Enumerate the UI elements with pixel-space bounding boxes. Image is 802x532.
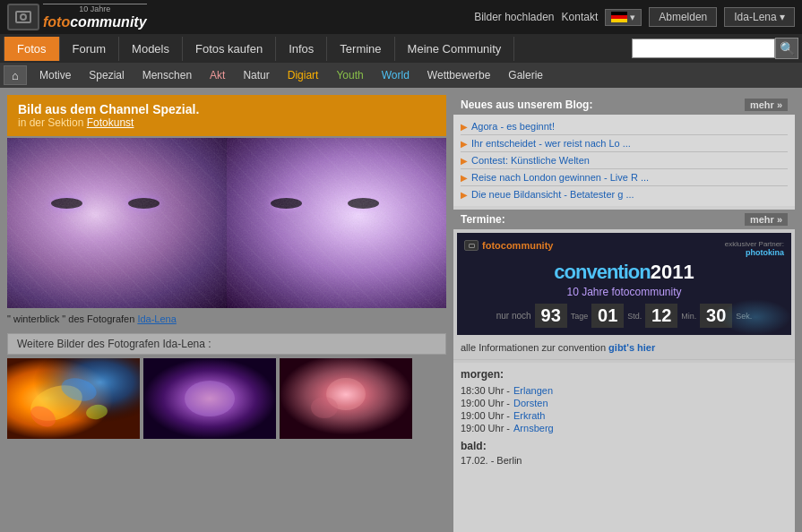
more-photos-header: Weitere Bilder des Fotografen Ida-Lena : [7,333,446,355]
sub-tab-motive[interactable]: Motive [30,65,80,85]
termin-time-4: 19:00 Uhr - [461,423,510,433]
home-button[interactable]: ⌂ [4,65,27,85]
sub-tab-menschen[interactable]: Menschen [134,65,201,85]
thumbnails-row [7,358,446,439]
blog-mehr-link[interactable]: mehr » [745,99,788,111]
logo-wrapper: 10 Jahre fotocommunity [7,4,147,30]
nav-tab-fotos[interactable]: Fotos [4,37,60,61]
sub-tab-galerie[interactable]: Galerie [499,65,552,85]
logo-area: 10 Jahre fotocommunity [7,4,147,30]
countdown-min-unit: Min. [681,312,696,321]
fotokunst-link[interactable]: Fotokunst [87,116,134,129]
termin-bald-time-1: 17.02. - Berlin [461,455,522,466]
blog-arrow-2: ▶ [461,139,468,149]
nav-tab-termine[interactable]: Termine [327,37,394,61]
termin-item-3: 19:00 Uhr - Erkrath [461,409,788,422]
termin-bald-1: 17.02. - Berlin [461,454,788,467]
search-input[interactable] [632,39,775,58]
nav-tab-models[interactable]: Models [119,37,183,61]
noise-overlay-right [227,138,446,308]
kontakt-link[interactable]: Kontakt [562,11,599,23]
blog-link-2[interactable]: Ihr entscheidet - wer reist nach Lo ... [471,138,631,149]
termine-header-title: Termine: [461,213,505,226]
termin-city-1[interactable]: Erlangen [513,385,553,396]
morgen-section: morgen: 18:30 Uhr - Erlangen 19:00 Uhr -… [453,363,795,472]
thumbnail-3[interactable] [280,358,412,439]
conv-camera-icon [464,240,479,251]
user-menu-button[interactable]: Ida-Lena ▾ [724,7,795,27]
termine-mehr-link[interactable]: mehr » [745,213,788,226]
sub-tab-akt[interactable]: Akt [201,65,234,85]
countdown-label: nur noch [496,311,531,321]
channel-subtitle-text: in der Sektion [18,116,83,129]
thumb-2-image [143,358,276,439]
main-image[interactable] [7,138,446,308]
conv-title-text: convention [554,261,650,283]
nav-tab-fotos-kaufen[interactable]: Fotos kaufen [183,37,276,61]
termin-time-1: 18:30 Uhr - [461,385,510,396]
termine-section: Termine: mehr » fotocommunity exklusiver… [453,210,795,472]
flag-de-icon [611,12,627,22]
sub-nav: ⌂ Motive Spezial Menschen Akt Natur Digi… [0,63,802,88]
countdown-days-unit: Tage [571,312,589,321]
thumbnail-2[interactable] [143,358,276,439]
termin-time-3: 19:00 Uhr - [461,410,510,421]
search-button[interactable]: 🔍 [775,38,798,59]
termin-item-2: 19:00 Uhr - Dorsten [461,397,788,409]
sub-tab-world[interactable]: World [373,65,418,85]
content-wrapper: Bild aus dem Channel Spezial. in der Sek… [0,88,802,532]
logo-community: community [70,14,146,30]
termin-city-2[interactable]: Dorsten [513,398,548,408]
blog-link-5[interactable]: Die neue Bildansicht - Betatester g ... [471,189,634,200]
abmelden-button[interactable]: Abmelden [649,7,717,27]
blog-item-1: ▶ Agora - es beginnt! [461,118,788,135]
blog-arrow-3: ▶ [461,156,468,166]
conv-fc-logo-text: fotocommunity [482,240,553,251]
caption-prefix: " winterblick " des Fotografen [7,313,134,324]
svg-rect-1 [227,138,446,308]
nav-tab-infos[interactable]: Infos [276,37,327,61]
blog-link-4[interactable]: Reise nach London gewinnen - Live R ... [471,172,649,183]
termin-city-3[interactable]: Erkrath [513,410,545,421]
separator-1 [453,359,795,360]
conv-photokina-brand: photokina [725,248,784,257]
logo-brand: fotocommunity [43,14,147,30]
top-nav: Bilder hochladen Kontakt ▾ Abmelden Ida-… [474,7,795,27]
blog-header-title: Neues aus unserem Blog: [461,99,592,111]
blog-link-3[interactable]: Contest: Künstliche Welten [471,155,590,166]
sub-tab-spezial[interactable]: Spezial [80,65,133,85]
countdown-hours-unit: Std. [627,312,642,321]
photographer-link[interactable]: Ida-Lena [137,313,176,324]
sub-tab-natur[interactable]: Natur [234,65,278,85]
conv-partner-label: exklusiver Partner: [725,240,784,248]
blog-item-5: ▶ Die neue Bildansicht - Betatester g ..… [461,186,788,202]
conv-decoration [720,299,791,335]
termin-item-4: 19:00 Uhr - Arnsberg [461,422,788,434]
sub-tab-digiart[interactable]: Digiart [279,65,328,85]
left-column: Bild aus dem Channel Spezial. in der Sek… [7,95,446,532]
thumbnail-1[interactable] [7,358,140,439]
conv-subtitle-text: 10 Jahre fotocommunity [464,286,784,298]
conv-top-row: fotocommunity exklusiver Partner: photok… [464,240,784,257]
right-column: Neues aus unserem Blog: mehr » ▶ Agora -… [453,95,795,532]
conv-mehr-link[interactable]: gibt's hier [608,342,655,353]
morgen-title: morgen: [461,368,788,381]
blog-arrow-1: ▶ [461,122,468,132]
thumb-1-image [7,358,140,439]
nav-tab-forum[interactable]: Forum [60,37,120,61]
language-flag-button[interactable]: ▾ [605,9,642,26]
countdown-min-num: 12 [645,304,677,328]
sub-tab-wettbewerbe[interactable]: Wettbewerbe [418,65,499,85]
convention-banner: fotocommunity exklusiver Partner: photok… [457,233,791,335]
user-arrow: ▾ [780,11,785,23]
conv-title-row: convention2011 [464,261,784,284]
nav-tab-meine-community[interactable]: Meine Community [395,37,515,61]
blog-arrow-4: ▶ [461,173,468,183]
logo-foto: foto [43,14,70,30]
blog-link-1[interactable]: Agora - es beginnt! [471,121,555,132]
face-right-image [227,138,446,308]
blog-list: ▶ Agora - es beginnt! ▶ Ihr entscheidet … [453,115,795,206]
termin-city-4[interactable]: Arnsberg [513,423,554,433]
bilder-hochladen-link[interactable]: Bilder hochladen [474,11,554,23]
sub-tab-youth[interactable]: Youth [327,65,372,85]
